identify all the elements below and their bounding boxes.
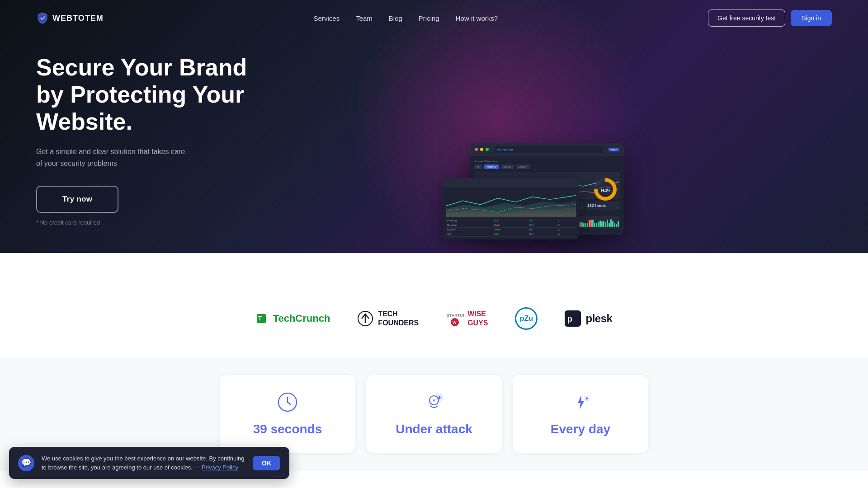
plesk-text: plesk xyxy=(585,312,612,325)
section-divider xyxy=(0,253,868,280)
avail-bar xyxy=(601,221,603,226)
techfounders-name: TECHFOUNDERS xyxy=(378,310,419,327)
nav-team[interactable]: Team xyxy=(356,14,373,22)
threat-change: ▼ xyxy=(556,223,576,227)
sign-in-button[interactable]: Sign in xyxy=(791,10,832,26)
mockup-scan-btn: Scan xyxy=(609,148,619,151)
avail-bar xyxy=(599,221,601,227)
avail-bar xyxy=(610,219,612,227)
logo-wiseguys: STARTUP W WISEGUYS xyxy=(446,310,488,327)
card-attack-value: Under attack xyxy=(379,422,489,436)
avail-bar xyxy=(605,222,606,226)
hero-disclaimer: * No credit card required xyxy=(36,219,253,226)
wiseguys-icon: STARTUP W xyxy=(446,310,464,327)
avail-bar xyxy=(603,221,604,226)
table-row: Phishing Safe 99.1 ▲ xyxy=(446,219,576,223)
avail-bar xyxy=(616,224,617,227)
avail-bar xyxy=(612,221,613,227)
card-attack: Under attack xyxy=(366,375,502,453)
avail-bar xyxy=(618,221,619,227)
stat-132h-value: 132 hours xyxy=(587,203,618,208)
privacy-policy-link[interactable]: Privacy Policy xyxy=(202,464,238,471)
donut-value: 98.2% xyxy=(601,189,610,192)
clock-svg xyxy=(277,391,298,413)
window-close-dot xyxy=(475,148,478,151)
table-row: Blacklist Clean 100 ▲ xyxy=(446,227,576,232)
pill-monthly: Monthly xyxy=(484,164,499,169)
avail-bar xyxy=(607,220,608,226)
area-chart-svg xyxy=(446,190,576,217)
hero-title: Secure Your Brand by Protecting Your Web… xyxy=(36,54,253,135)
nav-links: Services Team Blog Pricing How it works? xyxy=(314,14,498,22)
threat-name: Phishing xyxy=(446,219,492,223)
cookie-text: We use cookies to give you the best expe… xyxy=(42,454,245,471)
threat-score: 99.1 xyxy=(528,219,557,223)
clock-icon xyxy=(275,389,300,415)
avail-bar xyxy=(587,223,588,227)
avail-bar xyxy=(590,220,592,226)
pzu-circle: pZu xyxy=(515,307,538,330)
mockup-nav-pills: All Monthly Status Defcon xyxy=(474,164,620,169)
try-now-button[interactable]: Try now xyxy=(36,186,118,213)
techcrunch-name: TechCrunch xyxy=(273,313,330,324)
mockup-url-bar: example.com xyxy=(495,146,603,153)
donut-ring: LAST YEAR 98.2% xyxy=(594,178,617,201)
nav-blog[interactable]: Blog xyxy=(389,14,402,22)
avail-bar xyxy=(609,223,610,227)
card-speed: 39 seconds xyxy=(220,375,355,453)
card-speed-value: 39 seconds xyxy=(232,422,343,436)
threats-table: Phishing Safe 99.1 ▲ Malware Warn 72.3 ▼ xyxy=(446,219,576,237)
navbar: WEBTOTEM Services Team Blog Pricing How … xyxy=(0,0,868,36)
threat-score: 100 xyxy=(528,227,557,232)
card-everyday-value: Every day xyxy=(525,422,636,436)
card-everyday: Every day xyxy=(513,375,648,453)
nav-pricing[interactable]: Pricing xyxy=(419,14,439,22)
threat-status: Valid xyxy=(492,232,528,236)
threat-score: 95.6 xyxy=(528,232,557,236)
window-min-dot xyxy=(480,148,483,151)
mockup-topbar: example.com Scan xyxy=(470,143,624,156)
threat-change: ▲ xyxy=(556,219,576,223)
area-chart xyxy=(446,190,576,217)
avail-bar xyxy=(598,222,599,227)
sec-topbar xyxy=(443,178,579,187)
donut-chart: LAST YEAR 98.2% xyxy=(594,178,617,201)
lightning-icon xyxy=(568,389,593,415)
avail-bar xyxy=(580,222,581,226)
logo-plesk: p plesk xyxy=(565,310,612,327)
avail-bar xyxy=(596,223,597,227)
avail-bar xyxy=(594,223,595,226)
avail-bar xyxy=(585,223,586,227)
mockup-secondary-panel: Phishing Safe 99.1 ▲ Malware Warn 72.3 ▼ xyxy=(443,178,579,239)
avail-bar xyxy=(589,220,590,227)
avail-bar xyxy=(614,223,615,227)
logo-pzu: pZu xyxy=(515,307,538,330)
svg-text:p: p xyxy=(567,314,572,324)
threat-change: ▲ xyxy=(556,232,576,236)
svg-point-12 xyxy=(287,401,288,403)
threat-name: Blacklist xyxy=(446,227,492,232)
threat-status: Warn xyxy=(492,223,528,227)
avail-bar xyxy=(581,222,583,227)
hero-image-area: example.com Scan Up time / Down time All… xyxy=(253,54,832,235)
plesk-icon: p xyxy=(565,310,581,327)
nav-how-it-works[interactable]: How it works? xyxy=(456,14,498,22)
pzu-text: pZu xyxy=(520,314,533,323)
threat-change: ▲ xyxy=(556,227,576,232)
cookie-ok-button[interactable]: OK xyxy=(253,456,280,470)
techcrunch-icon: T xyxy=(256,312,269,325)
pill-defcon: Defcon xyxy=(516,164,530,169)
cookie-icon: 💬 xyxy=(18,455,34,471)
sec-body: Phishing Safe 99.1 ▲ Malware Warn 72.3 ▼ xyxy=(443,187,579,239)
pill-status: Status xyxy=(501,164,514,169)
techfounders-icon xyxy=(357,310,373,327)
threat-status: Clean xyxy=(492,227,528,232)
nav-services[interactable]: Services xyxy=(314,14,340,22)
table-row: SSL Valid 95.6 ▲ xyxy=(446,232,576,236)
donut-inner: LAST YEAR 98.2% xyxy=(598,182,613,197)
mockup-section-label: Up time / Down time xyxy=(474,160,620,163)
nav-actions: Get free security test Sign in xyxy=(708,9,832,27)
avail-bar xyxy=(592,220,594,226)
get-free-security-test-button[interactable]: Get free security test xyxy=(708,9,785,27)
brand-logo[interactable]: WEBTOTEM xyxy=(36,12,104,24)
